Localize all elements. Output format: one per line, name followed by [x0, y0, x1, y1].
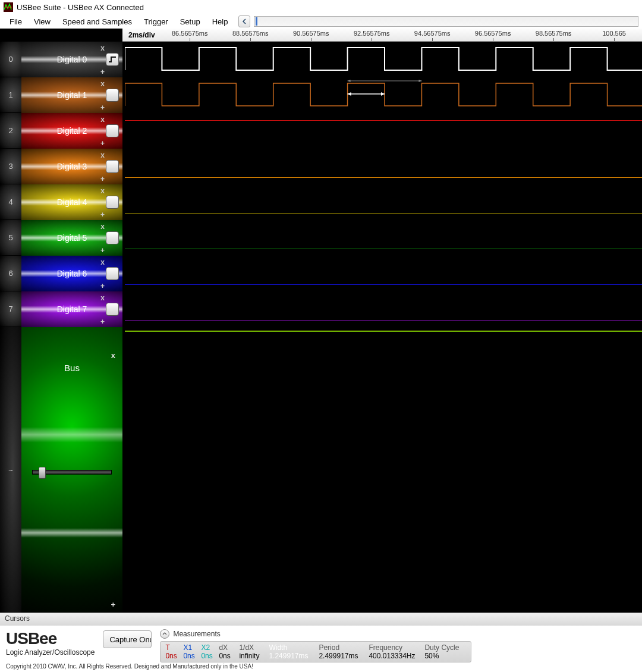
- trigger-level-button[interactable]: [106, 89, 119, 102]
- ruler-time-label: 86.56575ms: [172, 30, 208, 37]
- capture-once-label: Capture Once: [109, 635, 152, 644]
- bus-close-icon[interactable]: x: [111, 351, 115, 360]
- trigger-level-button[interactable]: [106, 267, 119, 280]
- measurements-title: Measurements: [173, 630, 220, 638]
- channel-row: 1Digital 1x+: [0, 77, 122, 113]
- time-div-label: 2ms/div: [122, 31, 161, 39]
- menu-speed-samples[interactable]: Speed and Samples: [56, 16, 138, 27]
- menu-file[interactable]: File: [4, 16, 28, 27]
- channel-close-icon[interactable]: x: [100, 258, 105, 266]
- measurements-panel: Measurements TX1X2dX1/dXWidthPeriodFrequ…: [160, 629, 636, 662]
- title-bar: USBee Suite - USBee AX Connected: [0, 0, 642, 14]
- capture-once-button[interactable]: Capture Once: [103, 630, 152, 648]
- measurement-header: Width: [269, 643, 319, 652]
- measurement-value: 0ns: [219, 652, 239, 660]
- channel-label: Digital 7: [57, 304, 87, 314]
- channel-body[interactable]: Digital 7x+: [21, 291, 122, 327]
- channel-row: 6Digital 6x+: [0, 256, 122, 291]
- cursors-bar[interactable]: Cursors: [0, 613, 642, 626]
- waveform-lane: [122, 184, 642, 220]
- channel-index: 2: [0, 113, 21, 149]
- measurement-value: 0ns: [165, 652, 183, 660]
- brand-name: USBee: [6, 629, 95, 648]
- timeline-scrollbar-thumb[interactable]: [256, 17, 257, 26]
- channel-row: 7Digital 7x+: [0, 291, 122, 327]
- channel-body[interactable]: Digital 2x+: [21, 113, 122, 149]
- channel-close-icon[interactable]: x: [100, 187, 105, 195]
- trigger-level-button[interactable]: [106, 196, 119, 209]
- waveform-lane: [122, 220, 642, 256]
- channel-body[interactable]: Digital 0x+: [21, 42, 122, 77]
- channel-close-icon[interactable]: x: [100, 222, 105, 231]
- app-icon: [4, 2, 13, 12]
- trigger-level-button[interactable]: [106, 124, 119, 137]
- measurement-value: infinity: [239, 652, 269, 660]
- channel-index: 3: [0, 149, 21, 184]
- bus-label: Bus: [64, 363, 80, 373]
- main-area: 0Digital 0x+1Digital 1x+2Digital 2x+3Dig…: [0, 29, 642, 613]
- channel-close-icon[interactable]: x: [100, 294, 105, 302]
- ruler-time-label: 100.565: [602, 30, 626, 37]
- trigger-level-button[interactable]: [106, 160, 119, 173]
- channel-close-icon[interactable]: x: [100, 115, 105, 124]
- bus-waveform-line: [125, 331, 642, 332]
- waveform-lanes[interactable]: [122, 42, 642, 613]
- menu-view[interactable]: View: [28, 16, 56, 27]
- ruler-time-label: 92.56575ms: [354, 30, 390, 37]
- channel-close-icon[interactable]: x: [100, 80, 105, 88]
- menu-setup[interactable]: Setup: [174, 16, 206, 27]
- channel-label: Digital 5: [57, 233, 87, 243]
- channel-index: 4: [0, 184, 21, 220]
- channel-body[interactable]: Digital 3x+: [21, 149, 122, 184]
- channel-add-icon[interactable]: +: [100, 139, 105, 147]
- channel-index: 6: [0, 256, 21, 291]
- waveform-lane: [122, 291, 642, 327]
- waveform-lane: [122, 256, 642, 291]
- ruler-labels: 86.56575ms88.56575ms90.56575ms92.56575ms…: [161, 29, 642, 41]
- channel-add-icon[interactable]: +: [100, 318, 105, 326]
- channel-add-icon[interactable]: +: [100, 211, 105, 219]
- channel-add-icon[interactable]: +: [100, 103, 105, 112]
- ruler-time-label: 94.56575ms: [414, 30, 451, 37]
- timeline-scrollbar[interactable]: [254, 16, 638, 27]
- window-title: USBee Suite - USBee AX Connected: [17, 3, 144, 12]
- measurements-collapse-icon[interactable]: [160, 629, 169, 639]
- nav-prev-button[interactable]: [238, 15, 250, 27]
- copyright-text: Copyright 2010 CWAV, Inc. All Rights Res…: [6, 663, 253, 670]
- menu-help[interactable]: Help: [206, 16, 234, 27]
- bus-panel: ~ Bus x +: [0, 327, 122, 613]
- channel-body[interactable]: Digital 4x+: [21, 184, 122, 220]
- bus-body[interactable]: Bus x +: [21, 327, 122, 613]
- channel-row: 0Digital 0x+: [0, 42, 122, 77]
- channel-add-icon[interactable]: +: [100, 175, 105, 183]
- bus-add-icon[interactable]: +: [111, 600, 115, 609]
- channel-body[interactable]: Digital 5x+: [21, 220, 122, 256]
- bus-threshold-slider[interactable]: [32, 470, 112, 475]
- channel-sidebar: 0Digital 0x+1Digital 1x+2Digital 2x+3Dig…: [0, 29, 122, 613]
- channel-index: 0: [0, 42, 21, 77]
- channel-close-icon[interactable]: x: [100, 151, 105, 159]
- channel-close-icon[interactable]: x: [100, 44, 105, 52]
- channel-body[interactable]: Digital 6x+: [21, 256, 122, 291]
- brand-block: USBee Logic Analyzer/Oscilloscope: [6, 629, 95, 657]
- ruler-time-label: 96.56575ms: [475, 30, 511, 37]
- bus-index: ~: [0, 327, 21, 613]
- measurement-header: Period: [319, 643, 369, 652]
- trigger-level-button[interactable]: [106, 231, 119, 244]
- measurement-value: 400.013334Hz: [369, 652, 424, 660]
- channel-row: 4Digital 4x+: [0, 184, 122, 220]
- trigger-level-button[interactable]: [106, 303, 119, 316]
- measurement-header: X2: [201, 643, 219, 652]
- measurement-header: dX: [219, 643, 239, 652]
- channel-add-icon[interactable]: +: [100, 246, 105, 255]
- ruler-time-label: 88.56575ms: [232, 30, 269, 37]
- trigger-edge-button[interactable]: [106, 53, 119, 66]
- channel-body[interactable]: Digital 1x+: [21, 77, 122, 113]
- bus-glow2: [21, 528, 122, 538]
- channel-add-icon[interactable]: +: [100, 68, 105, 76]
- waveform-lane: [122, 42, 642, 77]
- channel-label: Digital 2: [57, 126, 87, 136]
- time-ruler[interactable]: 2ms/div 86.56575ms88.56575ms90.56575ms92…: [122, 29, 642, 42]
- channel-add-icon[interactable]: +: [100, 282, 105, 290]
- menu-trigger[interactable]: Trigger: [138, 16, 174, 27]
